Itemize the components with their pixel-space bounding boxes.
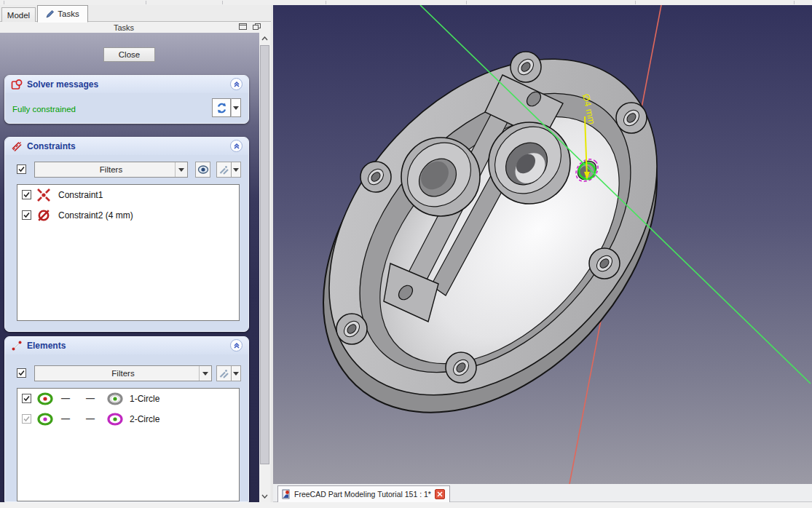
tab-tasks[interactable]: Tasks xyxy=(37,5,88,23)
solver-status-text: Fully constrained xyxy=(12,105,76,114)
bolt-boss[interactable] xyxy=(511,52,541,82)
circle-sketch-icon xyxy=(36,413,54,426)
elements-card: Elements Filters xyxy=(4,336,249,502)
circle-sketch-icon xyxy=(36,392,54,405)
dock-panel-icon[interactable] xyxy=(239,23,247,30)
elements-filter-checkbox[interactable] xyxy=(17,368,26,378)
constraints-list: Constraint1 Constraint2 (4 mm) xyxy=(17,184,240,321)
solver-messages-title: Solver messages xyxy=(27,79,98,90)
solver-refresh-dropdown[interactable] xyxy=(231,98,241,117)
bolt-boss[interactable] xyxy=(446,352,476,383)
constraints-filter-checkbox[interactable] xyxy=(17,164,26,174)
float-panel-icon[interactable] xyxy=(253,23,261,30)
elements-settings-dropdown[interactable] xyxy=(231,365,241,381)
constraints-show-hide-button[interactable] xyxy=(195,162,210,178)
constraint-row[interactable]: Constraint1 xyxy=(17,185,239,205)
freecad-window: Model Tasks Tasks Close xyxy=(0,0,812,508)
pencil-icon xyxy=(46,9,55,18)
close-button[interactable]: Close xyxy=(103,47,155,62)
3d-viewport[interactable]: Ø4 mm xyxy=(273,5,812,484)
panel-scrollbar[interactable] xyxy=(259,33,270,502)
element2-checkbox[interactable] xyxy=(22,414,31,424)
document-close-button[interactable] xyxy=(435,489,445,499)
document-tab-bar: FreeCAD Part Modeling Tutorial 151 : 1* xyxy=(273,484,812,502)
constraints-settings-dropdown[interactable] xyxy=(231,162,241,178)
document-tab-label: FreeCAD Part Modeling Tutorial 151 : 1* xyxy=(294,490,431,499)
constraints-card: Constraints Filters xyxy=(4,137,249,332)
circle-element-icon xyxy=(106,413,124,426)
diameter-constraint-icon xyxy=(36,208,51,223)
constraint2-checkbox[interactable] xyxy=(22,210,31,220)
elements-list: — — 1-Circle xyxy=(17,388,240,501)
solver-messages-icon xyxy=(11,79,23,90)
tab-tasks-label: Tasks xyxy=(58,9,79,18)
coincident-constraint-icon xyxy=(36,188,51,202)
elements-header[interactable]: Elements xyxy=(5,337,248,354)
tab-model-label: Model xyxy=(7,11,30,20)
constraint-row[interactable]: Constraint2 (4 mm) xyxy=(17,205,239,226)
constraint2-label: Constraint2 (4 mm) xyxy=(58,210,133,221)
task-scroll-area: Close Solver messages Fully constrained xyxy=(0,33,259,502)
panel-title: Tasks xyxy=(0,23,248,32)
panel-titlebar: Tasks xyxy=(0,22,271,33)
task-panel: Model Tasks Tasks Close xyxy=(0,5,271,502)
elements-settings-button[interactable] xyxy=(216,365,232,381)
scrollbar-up-button[interactable] xyxy=(259,33,270,44)
element2-label: 2-Circle xyxy=(130,414,159,424)
refresh-icon xyxy=(216,102,228,114)
toolbar-remnant-strip xyxy=(0,0,812,5)
constraint1-checkbox[interactable] xyxy=(22,190,31,199)
circle-element-icon xyxy=(106,392,124,405)
elements-filter-row: Filters xyxy=(5,365,248,382)
element1-checkbox[interactable] xyxy=(22,394,31,403)
element-row[interactable]: — — 2-Circle xyxy=(17,409,239,429)
solver-refresh-button[interactable] xyxy=(212,98,231,117)
constraints-filter-row: Filters xyxy=(5,161,248,178)
bolt-boss[interactable] xyxy=(336,314,367,344)
document-tab[interactable]: FreeCAD Part Modeling Tutorial 151 : 1* xyxy=(277,485,450,502)
status-strip xyxy=(0,502,812,508)
constraints-filter-label: Filters xyxy=(100,165,122,174)
freecad-document-icon xyxy=(282,489,291,499)
constraints-header[interactable]: Constraints xyxy=(5,138,248,155)
scrollbar-thumb[interactable] xyxy=(260,45,269,464)
constraints-collapse-button[interactable] xyxy=(230,140,243,152)
element-col-dash: — xyxy=(86,413,95,424)
element1-label: 1-Circle xyxy=(130,394,159,404)
elements-filter-label: Filters xyxy=(111,369,134,378)
constraints-title: Constraints xyxy=(27,141,76,151)
element-col-dash: — xyxy=(61,413,70,424)
elements-collapse-button[interactable] xyxy=(230,339,243,352)
constraint1-label: Constraint1 xyxy=(58,190,103,200)
element-row[interactable]: — — 1-Circle xyxy=(17,389,239,409)
constraints-filter-combobox[interactable]: Filters xyxy=(34,162,188,178)
solver-messages-header[interactable]: Solver messages xyxy=(5,76,248,93)
tab-model[interactable]: Model xyxy=(1,7,36,22)
panel-tab-bar: Model Tasks xyxy=(0,5,271,22)
element-col-dash: — xyxy=(86,393,95,403)
elements-filter-combobox[interactable]: Filters xyxy=(34,365,212,381)
wand-icon xyxy=(218,164,229,175)
constraints-settings-button[interactable] xyxy=(216,162,232,178)
bolt-boss[interactable] xyxy=(589,248,620,279)
bolt-boss[interactable] xyxy=(616,103,647,133)
bolt-boss[interactable] xyxy=(360,162,391,192)
scrollbar-down-button[interactable] xyxy=(259,491,270,502)
element-col-dash: — xyxy=(61,393,70,403)
eye-icon xyxy=(197,164,209,175)
constraints-icon xyxy=(11,140,23,152)
elements-icon xyxy=(11,340,23,352)
elements-title: Elements xyxy=(27,341,66,351)
wand-icon xyxy=(218,368,229,379)
solver-messages-card: Solver messages Fully constrained xyxy=(4,75,249,124)
solver-collapse-button[interactable] xyxy=(230,78,243,90)
